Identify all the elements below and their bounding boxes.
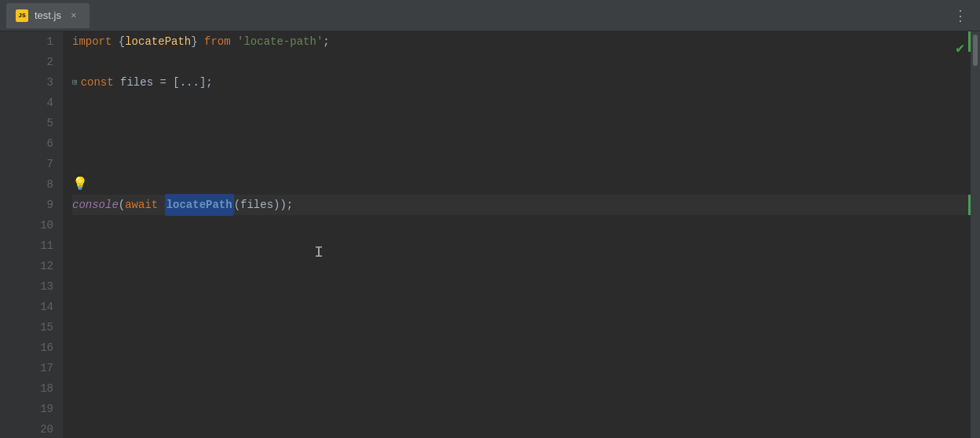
line-numbers-gutter: 1 2 3 4 5 6 7 8 9 10 11 12 13 14 15 16 1… — [0, 31, 63, 438]
code-line-16 — [72, 338, 980, 358]
code-line-15 — [72, 317, 980, 338]
code-line-12 — [72, 256, 980, 276]
line-number-17: 17 — [0, 358, 53, 378]
line-number-19: 19 — [0, 399, 53, 419]
locatepath-import: locatePath — [125, 31, 191, 52]
code-line-1: import { locatePath } from 'locate-path'… — [72, 31, 980, 52]
line-number-18: 18 — [0, 378, 53, 399]
line-number-8: 8 — [0, 174, 53, 195]
line-number-1: 1 — [0, 31, 53, 52]
code-line-4 — [72, 93, 980, 113]
code-line-6 — [72, 133, 980, 154]
scrollbar-thumb[interactable] — [973, 35, 978, 66]
line-number-5: 5 — [0, 113, 53, 133]
tab-filename: test.js — [35, 9, 61, 21]
tab-close-button[interactable]: ✕ — [68, 9, 80, 22]
keyword-const: const — [81, 72, 120, 93]
code-line-5 — [72, 113, 980, 133]
toolbar-right: ⋮ — [947, 4, 974, 27]
vertical-scrollbar[interactable] — [971, 31, 980, 438]
brace-open: { — [119, 31, 125, 52]
code-line-7 — [72, 154, 980, 174]
collapse-icon: ⊞ — [72, 72, 78, 93]
code-line-8: 💡 — [72, 174, 980, 195]
check-mark-icon: ✔ — [956, 39, 964, 57]
line-number-13: 13 — [0, 276, 53, 297]
line-number-14: 14 — [0, 297, 53, 317]
line-number-2: 2 — [0, 52, 53, 72]
string-locate-path: 'locate-path' — [237, 31, 323, 52]
tab-bar: JS test.js ✕ ⋮ — [0, 0, 980, 31]
line-number-12: 12 — [0, 256, 53, 276]
line-number-3: 3 — [0, 72, 53, 93]
line-number-10: 10 — [0, 215, 53, 235]
code-line-2 — [72, 52, 980, 72]
keyword-import: import — [72, 31, 119, 52]
line-number-4: 4 — [0, 93, 53, 113]
keyword-from: from — [198, 31, 237, 52]
brace-close: } — [191, 31, 197, 52]
paren-open: ( — [119, 195, 125, 215]
code-line-10 — [72, 215, 980, 235]
var-files: files — [120, 72, 159, 93]
code-line-11 — [72, 235, 980, 256]
line-number-16: 16 — [0, 338, 53, 358]
line-number-9: 9 — [0, 195, 53, 215]
assign: = — [159, 72, 173, 93]
line-number-7: 7 — [0, 154, 53, 174]
console-keyword: console — [72, 195, 119, 215]
code-editor[interactable]: import { locatePath } from 'locate-path'… — [63, 31, 980, 438]
tab-test-js[interactable]: JS test.js ✕ — [6, 3, 90, 28]
semi-1: ; — [323, 31, 329, 52]
code-line-3: ⊞ const files = [...]; — [72, 72, 980, 93]
more-options-icon[interactable]: ⋮ — [947, 4, 974, 27]
editor-container: 1 2 3 4 5 6 7 8 9 10 11 12 13 14 15 16 1… — [0, 31, 980, 438]
code-line-9: console ( await locatePath (files)); — [72, 195, 980, 215]
line-number-6: 6 — [0, 133, 53, 154]
line-number-11: 11 — [0, 235, 53, 256]
code-line-14 — [72, 297, 980, 317]
lightbulb-icon[interactable]: 💡 — [72, 174, 88, 195]
line-number-15: 15 — [0, 317, 53, 338]
keyword-await: await — [125, 195, 164, 215]
call-args: (files)); — [234, 195, 294, 215]
code-line-13 — [72, 276, 980, 297]
line-number-20: 20 — [0, 419, 53, 438]
array-collapsed: [...]; — [173, 72, 212, 93]
js-file-icon: JS — [16, 9, 28, 22]
locatepath-call: locatePath — [165, 194, 234, 216]
